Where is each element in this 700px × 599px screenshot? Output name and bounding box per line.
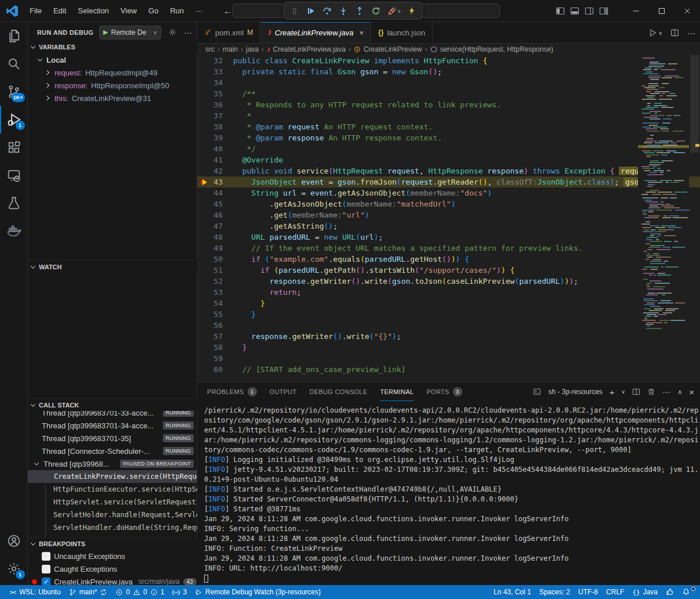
maximize-panel-icon[interactable]: ∧	[677, 388, 682, 396]
debug-step-into-icon[interactable]	[336, 3, 351, 19]
nav-back-icon[interactable]: ←	[223, 6, 232, 16]
encoding-status[interactable]: UTF-8	[574, 588, 602, 596]
line-number[interactable]: 57	[197, 331, 223, 342]
line-number[interactable]: 51	[197, 265, 223, 276]
kill-terminal-icon[interactable]	[647, 388, 655, 396]
tab-close-icon[interactable]: ×	[359, 28, 364, 37]
feedback-icon[interactable]	[662, 588, 678, 596]
toggle-panel-icon[interactable]	[570, 6, 579, 16]
code-line[interactable]: 35 /**	[197, 88, 700, 99]
code-line[interactable]: 56	[197, 320, 700, 331]
settings-gear-icon[interactable]: 1	[0, 555, 28, 583]
code-line[interactable]: 52 response.getWriter().write(gson.toJso…	[197, 276, 700, 287]
code-line[interactable]: 45 .getAsJsonObject(memberName:"matchedU…	[197, 199, 700, 210]
customize-layout-icon[interactable]	[599, 6, 608, 16]
split-editor-icon[interactable]	[670, 28, 679, 37]
thread-row[interactable]: Thread [qtp399683701-34-acce...RUNNING	[28, 419, 197, 432]
code-line[interactable]: 40 */	[197, 143, 700, 154]
code-line[interactable]: 39 * @param response An HTTP response co…	[197, 132, 700, 143]
panel-tab-terminal[interactable]: TERMINAL	[380, 383, 414, 401]
stack-frame[interactable]: ServletHandler.doHandle(String,Reque	[46, 521, 197, 534]
code-line[interactable]: 59	[197, 353, 700, 364]
start-debug-icon[interactable]: ▶	[103, 28, 108, 36]
line-number[interactable]: 53	[197, 287, 223, 298]
panel-tab-ports[interactable]: PORTS3	[426, 383, 462, 401]
code-line[interactable]: 57 response.getWriter().write("{}");	[197, 331, 700, 342]
stack-frame[interactable]: HttpFunctionExecutor.service(HttpSer	[46, 483, 197, 496]
menu-item-view[interactable]: View	[115, 5, 142, 17]
panel-tab-debug-console[interactable]: DEBUG CONSOLE	[310, 383, 368, 401]
line-number[interactable]: 32	[197, 55, 223, 66]
thread-row[interactable]: Thread [qtp39968...PAUSED ON BREAKPOINT	[28, 457, 197, 470]
line-number[interactable]: 47	[197, 221, 223, 232]
terminal-dropdown-icon[interactable]: ∨	[622, 389, 626, 395]
line-number[interactable]: 52	[197, 276, 223, 287]
breakpoint-checkbox[interactable]	[42, 565, 50, 573]
line-number[interactable]: 56	[197, 320, 223, 331]
line-number[interactable]: 42	[197, 165, 223, 176]
indentation-status[interactable]: Spaces: 2	[535, 588, 574, 596]
search-icon[interactable]	[0, 50, 28, 78]
disconnect-dropdown-icon[interactable]: ∨	[397, 8, 403, 14]
sidebar-more-actions-icon[interactable]: ···	[184, 28, 192, 37]
code-line[interactable]: 34	[197, 77, 700, 88]
debug-session-status[interactable]: Remote Debug Watch (3p-resources)	[191, 585, 325, 599]
ports-status[interactable]: 3	[168, 585, 191, 599]
code-line[interactable]: 46 .get(memberName:"url")	[197, 210, 700, 221]
maximize-button[interactable]	[649, 0, 674, 22]
code-line[interactable]: 42 public void service(HttpRequest reque…	[197, 165, 700, 176]
code-line[interactable]: 43 JsonObject event = gson.fromJson(requ…	[197, 176, 700, 187]
line-number[interactable]: 46	[197, 210, 223, 221]
testing-icon[interactable]	[0, 189, 28, 217]
run-file-icon[interactable]: ∨	[648, 28, 662, 37]
tab-launch-json[interactable]: {} launch.json	[371, 22, 433, 43]
line-number[interactable]: 34	[197, 77, 223, 88]
close-window-button[interactable]	[674, 0, 700, 22]
line-number[interactable]: 40	[197, 143, 223, 154]
debug-step-over-icon[interactable]	[320, 3, 335, 19]
menu-item-selection[interactable]: Selection	[72, 5, 114, 17]
remote-indicator[interactable]: >< WSL: Ubuntu	[6, 585, 65, 599]
code-line[interactable]: 36 * Responds to any HTTP request relate…	[197, 99, 700, 110]
line-number[interactable]: 55	[197, 309, 223, 320]
line-number[interactable]: 58	[197, 342, 223, 353]
minimize-button[interactable]	[623, 0, 649, 22]
menu-item-edit[interactable]: Edit	[48, 5, 71, 17]
code-line[interactable]: 48 URL parsedURL = new URL(url);	[197, 232, 700, 243]
hot-code-replace-icon[interactable]	[404, 3, 419, 19]
breadcrumb-java[interactable]: java	[246, 45, 259, 53]
code-line[interactable]: 60 // [START add_ons_case_preview_link]	[197, 364, 700, 375]
line-number[interactable]: 50	[197, 254, 223, 265]
stack-frame[interactable]: HttpServlet.service(ServletRequest,S	[46, 496, 197, 508]
explorer-icon[interactable]	[0, 22, 28, 50]
panel-more-actions-icon[interactable]: ···	[662, 387, 670, 396]
code-line[interactable]: 54 }	[197, 298, 700, 309]
accounts-icon[interactable]	[0, 527, 28, 555]
line-number[interactable]: 54	[197, 298, 223, 309]
code-line[interactable]: 37 *	[197, 110, 700, 121]
breakpoints-header[interactable]: BREAKPOINTS	[28, 537, 197, 550]
breakpoint-checkbox[interactable]	[42, 552, 50, 561]
stack-frame[interactable]: CreateLinkPreview.service(HttpReques	[28, 470, 197, 483]
remote-explorer-icon[interactable]	[0, 161, 28, 189]
line-number[interactable]: 38	[197, 121, 223, 132]
variable-row[interactable]: this:CreateLinkPreview@31	[28, 92, 197, 104]
tab-createlinkpreview-java[interactable]: J CreateLinkPreview.java ×	[260, 22, 371, 43]
code-line[interactable]: 58 }	[197, 342, 700, 353]
code-editor[interactable]: 32public class CreateLinkPreview impleme…	[197, 55, 700, 382]
line-number[interactable]: 37	[197, 110, 223, 121]
breadcrumb-src[interactable]: src	[205, 45, 215, 53]
terminal-name[interactable]: sh - 3p-resources	[548, 388, 602, 396]
close-panel-icon[interactable]: ×	[689, 387, 694, 397]
run-and-debug-icon[interactable]: 1	[0, 106, 28, 133]
config-chevron-icon[interactable]: ∨	[149, 30, 157, 35]
language-mode[interactable]: {} Java	[628, 588, 662, 596]
toolbar-drag-grip-icon[interactable]	[287, 3, 302, 19]
debug-continue-icon[interactable]	[303, 3, 318, 19]
breadcrumb-file[interactable]: CreateLinkPreview.java	[273, 45, 346, 53]
debug-step-out-icon[interactable]	[352, 3, 367, 19]
line-number[interactable]: 36	[197, 99, 223, 110]
line-number[interactable]: 33	[197, 66, 223, 77]
variable-row[interactable]: response:HttpResponseImpl@50	[28, 79, 197, 92]
minimap[interactable]	[638, 55, 689, 382]
